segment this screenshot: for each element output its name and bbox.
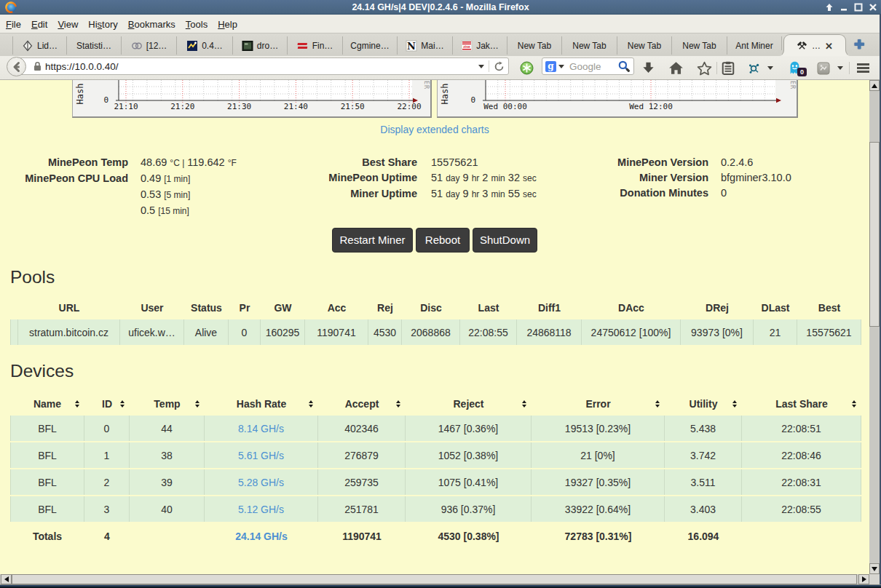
column-header-error[interactable]: Error [532,394,665,414]
scroll-up-button[interactable] [869,80,880,91]
vertical-scrollbar-thumb[interactable] [869,142,880,327]
totals-accept: 1190741 [318,523,406,549]
addon-disabled-icon[interactable] [815,56,831,80]
search-bar[interactable]: g Google [542,57,634,75]
column-header-gw: GW [261,298,305,318]
cell-temp: 38 [130,442,205,468]
bookmark-star-icon[interactable] [695,56,714,80]
addon-network-dropdown-icon[interactable] [765,56,776,80]
google-favicon: g [545,61,556,72]
menu-hamburger-button[interactable] [853,56,872,80]
scroll-right-button[interactable] [858,574,869,584]
tab-statisti-1[interactable]: Statisti… [67,36,122,55]
totals-error: 72783 [0.31%] [532,523,665,549]
display-extended-charts-link[interactable]: Display extended charts [380,124,489,135]
menu-file[interactable]: File [1,16,26,33]
column-header-name[interactable]: Name [10,394,84,414]
sort-desc-icon [120,405,125,408]
column-header-utility[interactable]: Utility [665,394,742,414]
column-header-rej: Rej [368,298,402,318]
tab-newtab-12[interactable]: New Tab [672,36,727,55]
hash-rate-link[interactable]: 5.28 GH/s [238,477,284,488]
addon-disabled-dropdown-icon[interactable] [834,56,846,80]
menu-help[interactable]: Help [213,16,242,33]
reboot-button[interactable]: Reboot [416,228,470,253]
scroll-down-button[interactable] [869,563,880,574]
hash-rate-link[interactable]: 5.12 GH/s [238,504,284,515]
tab-label: New Tab [628,41,661,51]
table-row: stratum.bitcoin.czuficek.w…Alive01602951… [10,319,861,345]
tab-label: Statisti… [76,41,111,51]
cell-temp: 40 [130,496,205,522]
menu-history[interactable]: History [83,16,122,33]
column-header-drej: DRej [681,298,754,318]
downloads-button[interactable] [639,56,657,80]
back-button[interactable] [7,57,26,76]
minimize-button[interactable] [839,2,849,12]
menu-view[interactable]: View [52,16,83,33]
tab-newtab-9[interactable]: New Tab [507,36,562,55]
url-bar[interactable]: https://10.0.0.40/ [16,57,509,75]
tab-newtab-10[interactable]: New Tab [562,36,617,55]
restart-miner-button[interactable]: Restart Miner [332,228,413,253]
tab-12-2[interactable]: [12… [122,36,177,55]
maximize-button[interactable] [853,2,864,12]
column-header-accept[interactable]: Accept [318,394,406,414]
tab-mai-7[interactable]: NMai… [398,36,453,55]
horizontal-scrollbar[interactable] [0,574,869,584]
table-row: BFL2395.28 GH/s2597351075 [0.41%]19327 [… [10,469,861,495]
column-header-last-share[interactable]: Last Share [742,394,861,414]
hash-rate-link[interactable]: 8.14 GH/s [238,423,284,434]
tab-antminer-13[interactable]: Ant Miner [727,36,782,55]
column-header-hash-rate[interactable]: Hash Rate [205,394,318,414]
chart-icon [186,40,198,52]
column-header-label: Status [191,302,222,314]
close-button[interactable] [868,2,878,12]
totals-utility: 16.094 [665,523,742,549]
tab-label: New Tab [682,41,716,51]
bookmarks-menu-button[interactable] [719,56,737,80]
cell-utility: 3.742 [665,442,742,468]
vertical-scrollbar[interactable] [869,80,880,574]
column-header-id[interactable]: ID [84,394,130,414]
cell-accept: 402346 [318,416,406,441]
hash-rate-link[interactable]: 5.61 GH/s [238,450,284,461]
menu-tools[interactable]: Tools [181,16,213,33]
url-dropdown-icon[interactable] [474,65,489,68]
tab-dro-4[interactable]: dro… [233,36,288,55]
home-button[interactable] [666,56,685,80]
horizontal-scrollbar-thumb[interactable] [12,574,857,584]
tab-label: Mai… [421,41,443,51]
tab-fin-5[interactable]: Fin… [288,36,343,55]
tab-lid-0[interactable]: Lid… [12,36,67,55]
search-engine-dropdown-icon[interactable] [558,65,564,68]
search-icon[interactable] [617,60,631,73]
reload-button[interactable] [489,61,508,72]
column-header-label: Accept [345,398,379,410]
cell-user: uficek.w… [120,319,184,345]
tab-jak-8[interactable]: ziveJak… [453,36,507,55]
total-hash-rate-link[interactable]: 24.14 GH/s [235,531,288,542]
tab-close-icon[interactable]: ✕ [825,41,833,51]
cell-utility: 5.438 [665,416,742,441]
stat-value: bfgminer3.10.0 [721,170,791,186]
tab-active-minepeon[interactable]: … ✕ [783,34,846,57]
menu-edit[interactable]: Edit [26,16,52,33]
svg-text:Wed 12:00: Wed 12:00 [629,102,673,111]
addon-network-icon[interactable] [746,56,762,80]
sort-asc-icon [75,400,79,403]
tab-cgmine-6[interactable]: Cgmine… [343,36,398,55]
tab-newtab-11[interactable]: New Tab [617,36,672,55]
column-header-label: User [141,302,163,314]
new-tab-button[interactable]: ✚ [853,39,866,52]
tab-label: New Tab [518,41,551,51]
shade-button[interactable] [824,2,834,12]
tab-04-3[interactable]: 0.4… [177,36,233,55]
column-header-reject[interactable]: Reject [406,394,532,414]
cell-hash-rate: 5.12 GH/s [205,496,318,522]
scroll-left-button[interactable] [1,574,12,584]
shutdown-button[interactable]: ShutDown [473,228,537,253]
addon-green-icon[interactable] [519,56,534,80]
column-header-temp[interactable]: Temp [130,394,205,414]
menu-bookmarks[interactable]: Bookmarks [123,16,181,33]
